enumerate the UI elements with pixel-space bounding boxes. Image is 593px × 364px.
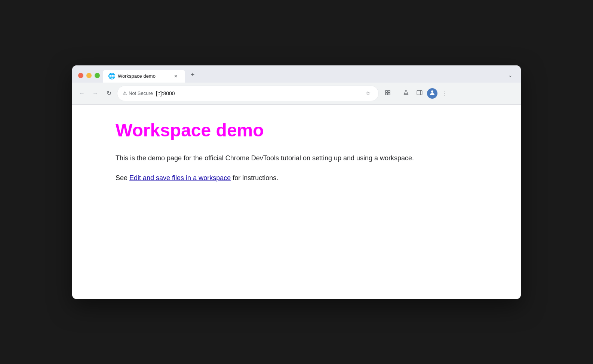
warning-icon: ⚠ <box>123 90 127 96</box>
svg-rect-3 <box>388 93 390 95</box>
avatar-icon <box>429 89 436 98</box>
title-bar: 🌐 Workspace demo ✕ + ⌄ ← → <box>72 65 521 105</box>
labs-button[interactable] <box>400 87 412 99</box>
maximize-button[interactable] <box>95 73 100 78</box>
toolbar-actions: ⋮ <box>382 87 451 99</box>
svg-point-6 <box>431 90 433 93</box>
profile-button[interactable] <box>427 88 437 99</box>
reload-icon: ↻ <box>107 90 111 97</box>
toolbar: ← → ↻ ⚠ Not Secure [::]:8000 ☆ <box>72 83 521 105</box>
tab-dropdown-button[interactable]: ⌄ <box>504 69 516 81</box>
security-indicator: ⚠ Not Secure <box>123 90 153 96</box>
url-text: [::]:8000 <box>156 90 175 96</box>
svg-rect-4 <box>417 90 422 95</box>
close-button[interactable] <box>78 73 83 78</box>
star-icon: ☆ <box>365 90 371 97</box>
tab-favicon: 🌐 <box>109 73 115 79</box>
extensions-button[interactable] <box>382 87 394 99</box>
page-heading: Workspace demo <box>116 120 477 141</box>
svg-rect-1 <box>388 90 390 92</box>
sidebar-button[interactable] <box>414 87 425 99</box>
workspace-link[interactable]: Edit and save files in a workspace <box>129 174 231 182</box>
bookmark-button[interactable]: ☆ <box>363 88 373 99</box>
toolbar-divider <box>397 90 397 97</box>
paragraph-2: See Edit and save files in a workspace f… <box>116 173 477 183</box>
chevron-down-icon: ⌄ <box>508 72 513 78</box>
address-bar[interactable]: ⚠ Not Secure [::]:8000 ☆ <box>117 86 379 101</box>
new-tab-button[interactable]: + <box>187 69 199 81</box>
page-content: Workspace demo This is the demo page for… <box>72 105 521 299</box>
tab-bar: 🌐 Workspace demo ✕ + ⌄ <box>72 65 521 83</box>
traffic-lights <box>77 73 103 83</box>
reload-button[interactable]: ↻ <box>104 88 114 99</box>
svg-rect-0 <box>385 90 387 92</box>
paragraph-2-before: See <box>116 174 129 182</box>
labs-icon <box>403 89 409 98</box>
svg-rect-2 <box>385 93 387 95</box>
sidebar-icon <box>416 89 423 98</box>
tab-title: Workspace demo <box>118 73 169 79</box>
paragraph-2-after: for instructions. <box>231 174 278 182</box>
extensions-icon <box>384 89 391 98</box>
browser-window: 🌐 Workspace demo ✕ + ⌄ ← → <box>72 65 521 299</box>
minimize-button[interactable] <box>86 73 92 78</box>
tab-close-button[interactable]: ✕ <box>172 73 179 80</box>
back-button[interactable]: ← <box>77 88 87 99</box>
forward-icon: → <box>92 90 98 97</box>
forward-button[interactable]: → <box>90 88 101 99</box>
page-body: This is the demo page for the official C… <box>116 153 477 183</box>
security-label: Not Secure <box>129 90 153 96</box>
paragraph-1: This is the demo page for the official C… <box>116 153 477 164</box>
more-options-button[interactable]: ⋮ <box>439 87 451 99</box>
active-tab[interactable]: 🌐 Workspace demo ✕ <box>103 70 185 83</box>
back-icon: ← <box>79 90 85 97</box>
more-icon: ⋮ <box>442 90 448 97</box>
